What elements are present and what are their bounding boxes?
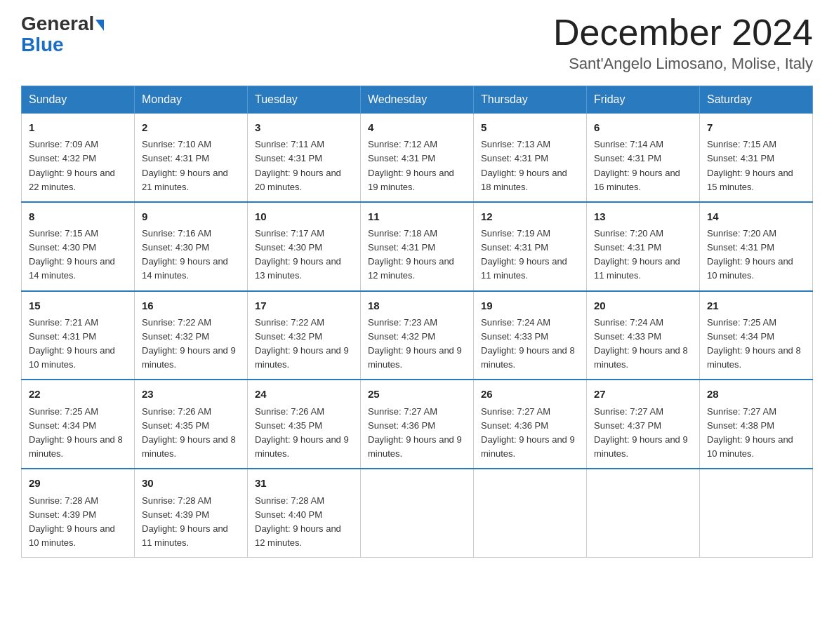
table-cell: 30Sunrise: 7:28 AMSunset: 4:39 PMDayligh… (135, 469, 248, 557)
sunrise-text: Sunrise: 7:27 AM (707, 406, 776, 417)
table-cell: 4Sunrise: 7:12 AMSunset: 4:31 PMDaylight… (361, 114, 474, 202)
sunset-text: Sunset: 4:31 PM (707, 242, 774, 253)
sunrise-text: Sunrise: 7:13 AM (481, 139, 550, 149)
day-number: 18 (368, 297, 466, 314)
day-number: 6 (594, 119, 692, 135)
table-cell: 8Sunrise: 7:15 AMSunset: 4:30 PMDaylight… (22, 202, 135, 291)
table-cell: 26Sunrise: 7:27 AMSunset: 4:36 PMDayligh… (474, 380, 587, 469)
sunset-text: Sunset: 4:36 PM (481, 420, 548, 431)
day-number: 13 (594, 208, 692, 224)
daylight-text: Daylight: 9 hours and 8 minutes. (142, 434, 236, 459)
day-number: 17 (255, 297, 353, 314)
day-number: 21 (707, 297, 805, 314)
day-number: 16 (142, 297, 240, 314)
daylight-text: Daylight: 9 hours and 9 minutes. (255, 434, 349, 459)
table-cell: 25Sunrise: 7:27 AMSunset: 4:36 PMDayligh… (361, 380, 474, 469)
day-number: 2 (142, 119, 240, 135)
sunrise-text: Sunrise: 7:20 AM (707, 228, 776, 239)
sunrise-text: Sunrise: 7:17 AM (255, 228, 324, 239)
sunrise-text: Sunrise: 7:25 AM (707, 317, 776, 328)
calendar-week-row: 15Sunrise: 7:21 AMSunset: 4:31 PMDayligh… (22, 291, 813, 380)
day-number: 15 (29, 297, 127, 314)
daylight-text: Daylight: 9 hours and 11 minutes. (594, 256, 680, 281)
calendar-week-row: 1Sunrise: 7:09 AMSunset: 4:32 PMDaylight… (22, 114, 813, 202)
day-number: 28 (707, 386, 805, 402)
sunset-text: Sunset: 4:33 PM (481, 331, 548, 342)
sunset-text: Sunset: 4:32 PM (29, 153, 96, 163)
day-number: 30 (142, 475, 240, 491)
day-number: 31 (255, 475, 353, 491)
table-cell: 29Sunrise: 7:28 AMSunset: 4:39 PMDayligh… (22, 469, 135, 557)
sunset-text: Sunset: 4:39 PM (29, 509, 96, 520)
table-cell (474, 469, 587, 557)
day-number: 9 (142, 208, 240, 224)
col-thursday: Thursday (474, 86, 587, 114)
table-cell: 7Sunrise: 7:15 AMSunset: 4:31 PMDaylight… (700, 114, 813, 202)
sunset-text: Sunset: 4:30 PM (29, 242, 96, 253)
day-number: 25 (368, 386, 466, 402)
col-wednesday: Wednesday (361, 86, 474, 114)
daylight-text: Daylight: 9 hours and 14 minutes. (29, 256, 115, 281)
calendar-header-row: Sunday Monday Tuesday Wednesday Thursday… (22, 86, 813, 114)
table-cell: 9Sunrise: 7:16 AMSunset: 4:30 PMDaylight… (135, 202, 248, 291)
sunset-text: Sunset: 4:30 PM (142, 242, 209, 253)
sunrise-text: Sunrise: 7:26 AM (255, 406, 324, 417)
col-monday: Monday (135, 86, 248, 114)
daylight-text: Daylight: 9 hours and 19 minutes. (368, 168, 454, 192)
daylight-text: Daylight: 9 hours and 12 minutes. (368, 256, 454, 281)
sunset-text: Sunset: 4:38 PM (707, 420, 774, 431)
table-cell: 13Sunrise: 7:20 AMSunset: 4:31 PMDayligh… (587, 202, 700, 291)
day-number: 11 (368, 208, 466, 224)
sunrise-text: Sunrise: 7:23 AM (368, 317, 437, 328)
table-cell (587, 469, 700, 557)
day-number: 1 (29, 119, 127, 135)
sunrise-text: Sunrise: 7:22 AM (255, 317, 324, 328)
day-number: 8 (29, 208, 127, 224)
table-cell: 28Sunrise: 7:27 AMSunset: 4:38 PMDayligh… (700, 380, 813, 469)
day-number: 3 (255, 119, 353, 135)
sunrise-text: Sunrise: 7:22 AM (142, 317, 211, 328)
sunrise-text: Sunrise: 7:28 AM (142, 495, 211, 506)
logo-blue: Blue (21, 35, 64, 55)
calendar-week-row: 29Sunrise: 7:28 AMSunset: 4:39 PMDayligh… (22, 469, 813, 557)
sunset-text: Sunset: 4:31 PM (594, 242, 661, 253)
table-cell: 6Sunrise: 7:14 AMSunset: 4:31 PMDaylight… (587, 114, 700, 202)
location-title: Sant'Angelo Limosano, Molise, Italy (553, 55, 813, 73)
table-cell: 12Sunrise: 7:19 AMSunset: 4:31 PMDayligh… (474, 202, 587, 291)
col-sunday: Sunday (22, 86, 135, 114)
sunrise-text: Sunrise: 7:28 AM (29, 495, 98, 506)
sunset-text: Sunset: 4:40 PM (255, 509, 322, 520)
sunrise-text: Sunrise: 7:25 AM (29, 406, 98, 417)
daylight-text: Daylight: 9 hours and 10 minutes. (707, 256, 793, 281)
daylight-text: Daylight: 9 hours and 10 minutes. (29, 345, 115, 370)
daylight-text: Daylight: 9 hours and 9 minutes. (255, 345, 349, 370)
sunset-text: Sunset: 4:31 PM (594, 153, 661, 163)
daylight-text: Daylight: 9 hours and 9 minutes. (594, 434, 688, 459)
sunset-text: Sunset: 4:31 PM (481, 153, 548, 163)
day-number: 4 (368, 119, 466, 135)
logo: General Blue (21, 14, 104, 55)
sunset-text: Sunset: 4:31 PM (29, 331, 96, 342)
daylight-text: Daylight: 9 hours and 13 minutes. (255, 256, 341, 281)
daylight-text: Daylight: 9 hours and 21 minutes. (142, 168, 228, 192)
daylight-text: Daylight: 9 hours and 22 minutes. (29, 168, 115, 192)
table-cell: 2Sunrise: 7:10 AMSunset: 4:31 PMDaylight… (135, 114, 248, 202)
sunrise-text: Sunrise: 7:14 AM (594, 139, 663, 149)
daylight-text: Daylight: 9 hours and 9 minutes. (368, 434, 462, 459)
page-header: General Blue December 2024 Sant'Angelo L… (21, 14, 813, 73)
sunrise-text: Sunrise: 7:24 AM (481, 317, 550, 328)
sunrise-text: Sunrise: 7:24 AM (594, 317, 663, 328)
sunset-text: Sunset: 4:34 PM (29, 420, 96, 431)
table-cell: 15Sunrise: 7:21 AMSunset: 4:31 PMDayligh… (22, 291, 135, 380)
day-number: 20 (594, 297, 692, 314)
col-saturday: Saturday (700, 86, 813, 114)
day-number: 29 (29, 475, 127, 491)
logo-arrow-icon (95, 20, 104, 31)
sunset-text: Sunset: 4:35 PM (255, 420, 322, 431)
table-cell: 17Sunrise: 7:22 AMSunset: 4:32 PMDayligh… (248, 291, 361, 380)
sunset-text: Sunset: 4:30 PM (255, 242, 322, 253)
sunrise-text: Sunrise: 7:27 AM (481, 406, 550, 417)
sunrise-text: Sunrise: 7:28 AM (255, 495, 324, 506)
sunset-text: Sunset: 4:31 PM (142, 153, 209, 163)
day-number: 12 (481, 208, 579, 224)
